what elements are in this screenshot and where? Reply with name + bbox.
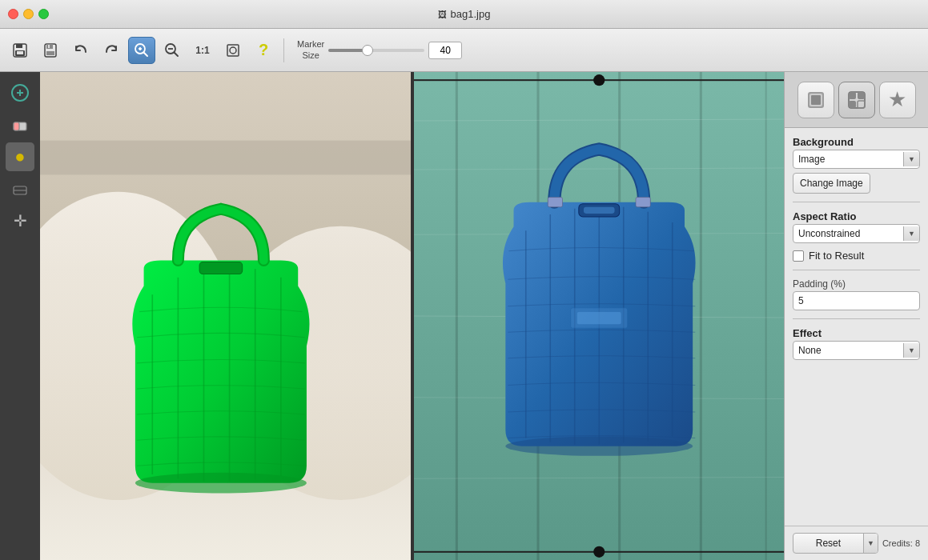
main-area: ● ✛ <box>0 72 928 560</box>
marker-size-input[interactable] <box>428 42 462 59</box>
svg-rect-15 <box>227 45 239 56</box>
svg-rect-28 <box>199 262 243 274</box>
main-toolbar: 1:1 ? Marker Size <box>0 29 928 72</box>
effect-label: Effect <box>793 327 920 339</box>
credits-label: Credits: 8 <box>882 538 920 548</box>
marker-value-box <box>428 42 462 59</box>
fit-to-result-label: Fit to Result <box>809 250 864 262</box>
save-screen-button[interactable] <box>6 37 34 64</box>
svg-point-54 <box>593 74 605 86</box>
section-divider-2 <box>793 270 920 270</box>
svg-point-48 <box>505 436 693 455</box>
minimize-button[interactable] <box>23 9 34 19</box>
composite-button[interactable] <box>838 82 875 118</box>
svg-rect-60 <box>811 95 821 105</box>
svg-line-11 <box>144 52 148 56</box>
background-section: Background Image Color Transparent ▼ Cha… <box>793 136 920 194</box>
svg-rect-21 <box>14 122 19 130</box>
svg-point-29 <box>135 473 307 494</box>
favorites-button[interactable]: ★ <box>879 82 916 118</box>
window-title: 🖼 bag1.jpg <box>438 8 491 20</box>
effect-section: Effect None Shadow Blur Glow ▼ <box>793 327 920 360</box>
padding-section: Padding (%) ▲ ▼ <box>793 278 920 310</box>
title-bar: 🖼 bag1.jpg <box>0 0 928 29</box>
svg-rect-47 <box>576 312 621 324</box>
aspect-ratio-arrow[interactable]: ▼ <box>903 226 919 241</box>
svg-rect-62 <box>849 92 856 99</box>
effect-arrow[interactable]: ▼ <box>903 343 919 358</box>
reset-dropdown-arrow[interactable]: ▼ <box>863 534 878 553</box>
svg-rect-45 <box>583 207 614 214</box>
reset-button-row: Reset ▼ <box>793 533 878 554</box>
erase-tool-button[interactable] <box>6 110 34 139</box>
svg-rect-42 <box>548 198 562 207</box>
svg-point-16 <box>230 47 236 54</box>
right-top-icons: ↓ ★ <box>785 72 928 128</box>
toolbar-separator <box>283 38 284 62</box>
zoom-out-button[interactable] <box>159 37 186 64</box>
aspect-ratio-select[interactable]: Unconstrained 1:1 4:3 16:9 <box>793 225 903 242</box>
padding-spinner: ▲ ▼ <box>793 291 920 310</box>
marker-size-group: Marker Size <box>297 39 462 60</box>
svg-rect-63 <box>858 92 865 99</box>
effect-select[interactable]: None Shadow Blur Glow <box>793 342 903 359</box>
marker-size-slider[interactable] <box>328 49 424 52</box>
svg-rect-3 <box>17 51 23 54</box>
change-image-button[interactable]: Change Image <box>793 173 870 194</box>
fit-to-result-checkbox[interactable] <box>793 250 804 262</box>
close-button[interactable] <box>8 9 18 19</box>
redo-button[interactable] <box>98 37 125 64</box>
brush-tool-button[interactable] <box>6 174 34 203</box>
maximize-button[interactable] <box>38 9 49 19</box>
effect-dropdown[interactable]: None Shadow Blur Glow ▼ <box>793 341 920 360</box>
svg-rect-25 <box>40 141 411 175</box>
result-panel <box>414 72 785 560</box>
save-button[interactable] <box>37 37 64 64</box>
aspect-ratio-dropdown[interactable]: Unconstrained 1:1 4:3 16:9 ▼ <box>793 224 920 243</box>
original-image <box>40 72 411 560</box>
svg-rect-7 <box>46 51 54 55</box>
file-icon: 🖼 <box>438 10 447 19</box>
fit-to-result-row: Fit to Result <box>793 250 920 262</box>
padding-input[interactable] <box>793 292 920 310</box>
background-type-dropdown[interactable]: Image Color Transparent ▼ <box>793 150 920 169</box>
left-toolbar: ● ✛ <box>0 72 40 560</box>
help-button[interactable]: ? <box>250 37 277 64</box>
result-image <box>414 72 785 560</box>
svg-rect-65 <box>858 101 865 108</box>
right-panel-spacer <box>785 368 928 526</box>
layers-button[interactable] <box>797 82 834 118</box>
zoom-fit-button[interactable] <box>219 37 247 64</box>
undo-button[interactable] <box>67 37 94 64</box>
right-content: Background Image Color Transparent ▼ Cha… <box>785 128 928 368</box>
original-panel <box>40 72 411 560</box>
right-panel-footer: Reset ▼ Credits: 8 <box>785 526 928 560</box>
aspect-ratio-label: Aspect Ratio <box>793 210 920 222</box>
move-tool-button[interactable]: ✛ <box>6 206 34 235</box>
svg-rect-6 <box>48 45 50 48</box>
window-controls <box>8 9 49 19</box>
background-type-select[interactable]: Image Color Transparent <box>793 150 903 168</box>
background-label: Background <box>793 136 920 148</box>
section-divider-3 <box>793 318 920 319</box>
reset-button[interactable]: Reset <box>793 534 863 553</box>
padding-label: Padding (%) <box>793 278 920 290</box>
svg-rect-64 <box>849 101 856 108</box>
svg-point-55 <box>593 546 605 558</box>
zoom-1-1-button[interactable]: 1:1 <box>189 37 216 64</box>
canvas-area <box>40 72 784 560</box>
right-panel: ↓ ★ Backg <box>784 72 928 560</box>
aspect-ratio-section: Aspect Ratio Unconstrained 1:1 4:3 16:9 … <box>793 210 920 243</box>
marker-size-label: Marker Size <box>297 39 324 60</box>
svg-rect-1 <box>16 44 22 48</box>
svg-line-14 <box>175 52 179 56</box>
background-type-arrow[interactable]: ▼ <box>903 152 919 166</box>
zoom-in-button[interactable] <box>128 37 155 64</box>
color-tool-button[interactable]: ● <box>6 142 34 171</box>
add-tool-button[interactable] <box>6 78 34 107</box>
svg-rect-43 <box>636 198 650 207</box>
section-divider-1 <box>793 202 920 202</box>
